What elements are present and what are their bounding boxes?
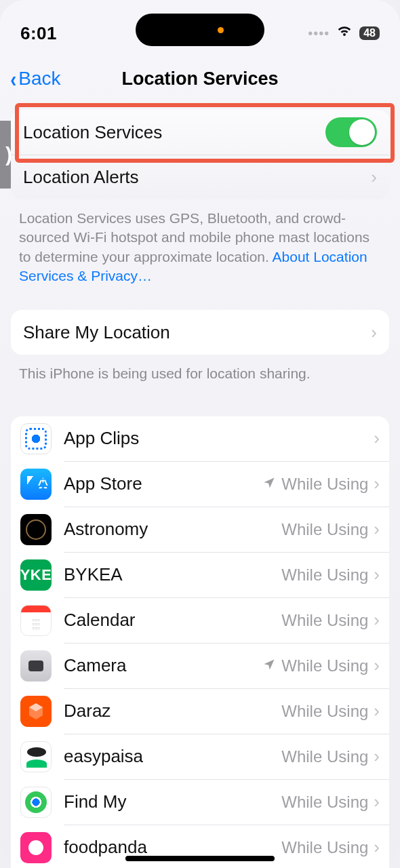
app-name-label: BYKEA <box>64 564 281 585</box>
chevron-right-icon: › <box>371 322 377 343</box>
app-name-label: Calendar <box>64 610 281 631</box>
daraz-icon <box>20 696 52 727</box>
app-status-label: While Using <box>281 838 368 857</box>
app-status-label: While Using <box>262 656 368 675</box>
location-services-label: Location Services <box>23 122 325 143</box>
app-name-label: App Store <box>64 473 262 494</box>
location-alerts-label: Location Alerts <box>23 167 371 188</box>
chevron-right-icon: › <box>371 167 377 188</box>
app-row-calendar[interactable]: ::::::::::::::::::::: Calendar While Usi… <box>11 598 389 643</box>
app-row-app-clips[interactable]: App Clips › <box>11 416 389 461</box>
footer-description: Location Services uses GPS, Bluetooth, a… <box>0 199 400 285</box>
app-name-label: Find My <box>64 791 281 812</box>
app-row-astronomy[interactable]: Astronomy While Using › <box>11 507 389 552</box>
chevron-right-icon: › <box>374 837 380 858</box>
app-name-label: Daraz <box>64 701 281 722</box>
location-services-toggle[interactable] <box>325 117 377 147</box>
app-row-camera[interactable]: Camera While Using › <box>11 644 389 688</box>
home-indicator[interactable] <box>125 856 275 861</box>
chevron-right-icon: › <box>374 655 380 676</box>
chevron-left-icon: ‹ <box>10 72 16 85</box>
chevron-right-icon: › <box>374 564 380 585</box>
chevron-right-icon: › <box>374 519 380 540</box>
share-my-location-row[interactable]: Share My Location › <box>11 310 389 355</box>
app-status-label: While Using <box>281 520 368 539</box>
app-name-label: Camera <box>64 655 262 676</box>
app-status-label: While Using <box>281 611 368 630</box>
location-services-row[interactable]: Location Services <box>11 110 389 155</box>
battery-indicator: 48 <box>359 26 380 40</box>
easypaisa-icon <box>20 741 52 772</box>
app-row-foodpanda[interactable]: foodpanda While Using › <box>11 825 389 868</box>
chevron-right-icon: › <box>374 791 380 812</box>
settings-group-share: Share My Location › <box>11 310 389 355</box>
app-list-group: App Clips › App Store While Using › Astr… <box>11 416 389 868</box>
back-button[interactable]: ‹ Back <box>9 68 61 90</box>
nav-bar: ‹ Back Location Services <box>0 47 400 102</box>
status-time: 6:01 <box>20 23 57 44</box>
app-status-label: While Using <box>281 702 368 721</box>
chevron-right-icon: › <box>374 428 380 449</box>
app-status-label: While Using <box>281 566 368 585</box>
app-row-daraz[interactable]: Daraz While Using › <box>11 689 389 734</box>
astronomy-icon <box>20 514 52 545</box>
chevron-right-icon: › <box>374 473 380 494</box>
app-status-label: While Using <box>262 475 368 494</box>
app-name-label: App Clips <box>64 428 368 449</box>
camera-icon <box>20 650 52 682</box>
footer-share-description: This iPhone is being used for location s… <box>0 355 400 383</box>
chevron-right-icon: › <box>374 701 380 722</box>
foodpanda-icon <box>20 832 52 863</box>
app-name-label: easypaisa <box>64 746 281 767</box>
settings-group-main: Location Services Location Alerts › <box>11 110 389 199</box>
app-row-find-my[interactable]: Find My While Using › <box>11 780 389 825</box>
chevron-right-icon: › <box>374 746 380 767</box>
find-my-icon <box>20 787 52 818</box>
share-my-location-label: Share My Location <box>23 322 371 343</box>
back-label: Back <box>18 68 60 90</box>
app-status-label: While Using <box>281 793 368 812</box>
app-row-bykea[interactable]: BYKEA BYKEA While Using › <box>11 553 389 597</box>
app-name-label: Astronomy <box>64 519 281 540</box>
app-clips-icon <box>20 423 52 454</box>
wifi-icon <box>336 24 353 42</box>
dynamic-island <box>136 14 264 46</box>
location-alerts-row[interactable]: Location Alerts › <box>11 155 389 199</box>
location-arrow-icon <box>262 475 276 494</box>
app-row-easypaisa[interactable]: easypaisa While Using › <box>11 734 389 779</box>
chevron-right-icon: › <box>374 610 380 631</box>
app-name-label: foodpanda <box>64 837 281 858</box>
recording-dots-icon: •••• <box>308 26 329 41</box>
app-status-label: While Using <box>281 747 368 766</box>
location-arrow-icon <box>262 656 276 675</box>
bykea-icon: BYKEA <box>20 559 52 591</box>
camera-dot-icon <box>218 27 224 33</box>
app-row-app-store[interactable]: App Store While Using › <box>11 462 389 507</box>
app-store-icon <box>20 469 52 500</box>
calendar-icon: ::::::::::::::::::::: <box>20 605 52 636</box>
